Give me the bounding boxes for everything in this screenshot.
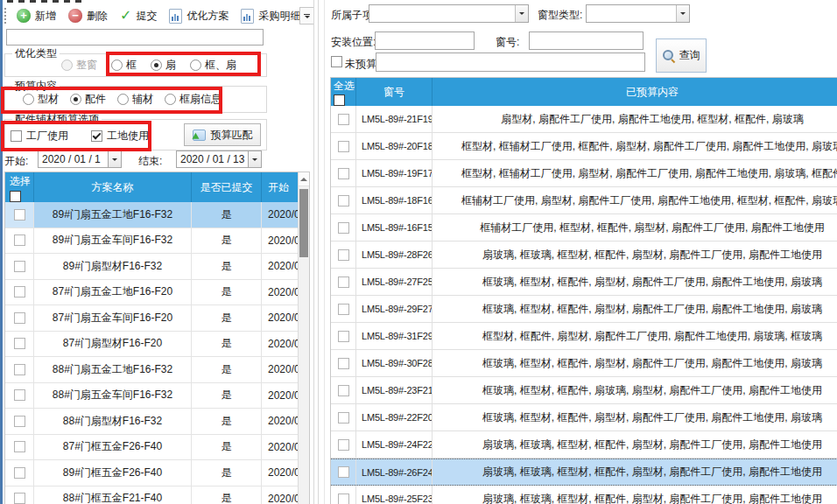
budget-table-row[interactable]: LM5L-89#-22F20 框玻璃, 框型材, 框配件, 扇型材, 扇配件工厂…	[331, 404, 837, 431]
budget-table-row[interactable]: LM5L-89#-23F21 框玻璃, 框型材, 框配件, 扇玻璃, 扇型材, …	[331, 377, 837, 404]
row-select-cell[interactable]	[331, 404, 356, 430]
scrollbar-up-button[interactable]	[299, 172, 309, 186]
sub-item-dropdown-button[interactable]	[515, 5, 528, 22]
row-checkbox[interactable]	[338, 412, 349, 424]
plan-filter-input[interactable]	[6, 29, 264, 46]
budget-table-row[interactable]: LM5L-89#-18F16 框辅材工厂使用, 扇型材, 扇配件工厂使用, 扇配…	[331, 187, 837, 214]
row-checkbox[interactable]	[338, 358, 349, 369]
toolbar-grip-handle[interactable]	[4, 8, 6, 24]
row-checkbox[interactable]	[338, 466, 349, 478]
plan-table-row[interactable]: 89#门框五金F26-F40 是 2020/0	[5, 460, 309, 486]
budget-table-row[interactable]: LM5L-89#-24F22 扇玻璃, 框玻璃, 框型材, 框配件, 扇型材, …	[331, 431, 837, 458]
row-select-cell[interactable]	[5, 383, 34, 409]
row-select-cell[interactable]	[5, 435, 34, 460]
row-select-cell[interactable]	[331, 106, 356, 132]
budget-match-button[interactable]: 预算匹配	[184, 123, 261, 146]
budget-table-row[interactable]: LM5L-89#-20F18 框型材, 框辅材工厂使用, 框配件, 扇型材, 扇…	[331, 133, 837, 160]
row-select-cell[interactable]	[331, 296, 356, 322]
query-button[interactable]: 查询	[656, 38, 707, 73]
plan-table-row[interactable]: 87#门扇五金车间F16-F20 是 2020/0	[5, 305, 309, 332]
budget-content-radio[interactable]: 配件	[70, 92, 106, 107]
row-select-cell[interactable]	[331, 350, 356, 376]
row-checkbox[interactable]	[338, 114, 349, 125]
plan-table-row[interactable]: 88#门扇五金工地F16-F32 是 2020/0	[5, 357, 309, 383]
window-type-dropdown-button[interactable]	[676, 5, 689, 22]
not-budgeted-checkbox[interactable]	[331, 56, 342, 67]
scrollbar-thumb[interactable]	[299, 189, 308, 257]
plan-table-row[interactable]: 87#门框五金F26-F40 是 2020/0	[5, 435, 309, 461]
submit-button[interactable]: ✓ 提交	[114, 7, 163, 25]
window-number-input[interactable]	[529, 32, 644, 50]
select-all-checkbox[interactable]	[10, 191, 21, 202]
row-checkbox[interactable]	[338, 141, 349, 152]
row-checkbox[interactable]	[338, 195, 349, 206]
budget-content-radio[interactable]: 辅材	[117, 92, 153, 107]
plan-table-row[interactable]: 89#门扇型材F16-F32 是 2020/0	[5, 254, 309, 280]
row-select-cell[interactable]	[5, 332, 34, 357]
row-select-cell[interactable]	[5, 254, 34, 279]
row-checkbox[interactable]	[14, 416, 25, 427]
optimize-type-radio[interactable]: 框	[111, 58, 137, 73]
plan-table-row[interactable]: 88#门扇型材F16-F32 是 2020/0	[5, 409, 309, 435]
row-checkbox[interactable]	[338, 304, 349, 315]
row-checkbox[interactable]	[14, 467, 25, 479]
optimize-type-radio[interactable]: 整窗	[61, 58, 97, 73]
row-select-cell[interactable]	[331, 133, 356, 159]
add-button[interactable]: + 新增	[11, 7, 62, 25]
row-checkbox[interactable]	[14, 364, 25, 375]
delete-button[interactable]: − 删除	[62, 7, 114, 25]
plan-table-row[interactable]: 88#门扇五金车间F16-F32 是 2020/0	[5, 383, 309, 410]
row-checkbox[interactable]	[338, 494, 349, 504]
select-all-checkbox[interactable]	[334, 94, 345, 106]
row-select-cell[interactable]	[5, 486, 34, 504]
budget-table-row[interactable]: LM5L-89#-25F23 扇玻璃, 框玻璃, 框型材, 框配件, 扇型材, …	[331, 486, 837, 504]
optimize-type-radio[interactable]: 框、扇	[190, 58, 236, 73]
optimize-plan-button[interactable]: 优化方案	[163, 7, 235, 25]
not-budgeted-input[interactable]	[376, 52, 645, 72]
row-checkbox[interactable]	[338, 385, 349, 396]
budget-table-row[interactable]: LM5L-89#-26F24 扇玻璃, 框玻璃, 框型材, 框配件, 扇型材, …	[331, 458, 837, 486]
row-select-cell[interactable]	[331, 214, 356, 241]
row-checkbox[interactable]	[14, 338, 25, 349]
row-select-cell[interactable]	[331, 160, 356, 186]
row-checkbox[interactable]	[14, 493, 25, 504]
row-select-cell[interactable]	[5, 357, 34, 382]
row-select-cell[interactable]	[5, 305, 34, 331]
install-position-input[interactable]	[375, 32, 475, 50]
row-select-cell[interactable]	[5, 202, 34, 228]
start-date-picker[interactable]: 2020 / 01 / 1	[38, 150, 122, 168]
vertical-scrollbar[interactable]	[298, 172, 309, 504]
row-checkbox[interactable]	[14, 286, 25, 298]
start-date-dropdown-button[interactable]	[108, 151, 121, 167]
row-checkbox[interactable]	[14, 261, 25, 272]
row-checkbox[interactable]	[14, 312, 25, 324]
row-checkbox[interactable]	[338, 439, 349, 451]
row-select-cell[interactable]	[5, 460, 34, 486]
row-checkbox[interactable]	[338, 249, 349, 261]
row-select-cell[interactable]	[5, 228, 34, 254]
usage-checkbox[interactable]: 工地使用	[91, 129, 149, 144]
row-select-cell[interactable]	[331, 486, 356, 504]
row-select-cell[interactable]	[331, 187, 356, 214]
row-select-cell[interactable]	[331, 242, 356, 268]
budget-content-radio[interactable]: 型材	[23, 92, 59, 107]
row-select-cell[interactable]	[331, 459, 356, 485]
plan-table-row[interactable]: 88#门框五金F21-F40 是 2020/0	[5, 486, 309, 504]
row-checkbox[interactable]	[14, 441, 25, 452]
row-select-cell[interactable]	[5, 409, 34, 434]
row-checkbox[interactable]	[14, 389, 25, 401]
row-select-cell[interactable]	[331, 269, 356, 295]
row-checkbox[interactable]	[14, 234, 25, 246]
budget-content-radio[interactable]: 框扇信息	[165, 92, 222, 107]
usage-checkbox[interactable]: 工厂使用	[11, 129, 68, 144]
row-select-cell[interactable]	[331, 431, 356, 458]
budget-table-row[interactable]: LM5L-89#-16F15 框辅材工厂使用, 框型材, 框配件, 扇型材, 扇…	[331, 214, 837, 242]
panel-splitter[interactable]	[310, 0, 330, 504]
row-checkbox[interactable]	[338, 168, 349, 179]
row-checkbox[interactable]	[338, 276, 349, 288]
budget-table-row[interactable]: LM5L-89#-19F17 框型材, 框辅材工厂使用, 扇型材, 扇配件工厂使…	[331, 160, 837, 187]
row-checkbox[interactable]	[338, 331, 349, 342]
row-select-cell[interactable]	[331, 377, 356, 403]
sub-item-dropdown[interactable]	[369, 4, 529, 23]
budget-table-row[interactable]: LM5L-89#-21F19 扇型材, 扇配件工厂使用, 扇配件工地使用, 框型…	[331, 106, 837, 133]
